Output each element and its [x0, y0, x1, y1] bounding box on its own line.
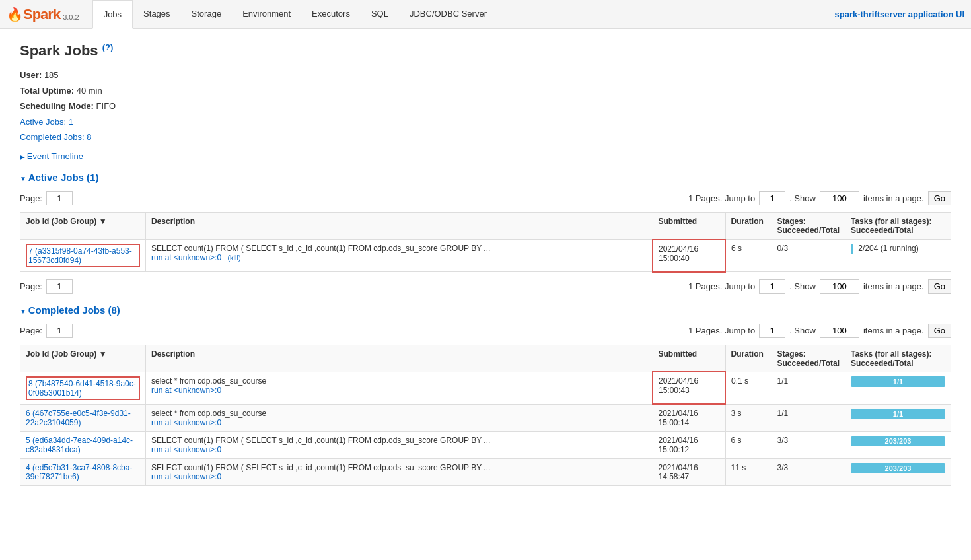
page-input[interactable] [46, 191, 73, 205]
col-header-jobid-c: Job Id (Job Group) ▼ [20, 345, 146, 372]
go-button-bottom[interactable]: Go [928, 279, 951, 294]
tab-jdbc[interactable]: JDBC/ODBC Server [399, 0, 497, 29]
completed-job-desc-link-5[interactable]: run at <unknown>:0 [151, 445, 221, 454]
completed-jobs-link-row: Completed Jobs: 8 [20, 129, 951, 145]
col-header-stages: Stages:Succeeded/Total [772, 213, 845, 240]
tab-environment[interactable]: Environment [232, 0, 301, 29]
completed-job-desc-link-4[interactable]: run at <unknown>:0 [151, 472, 221, 481]
completed-job-duration-cell-6: 3 s [725, 404, 772, 432]
completed-jobs-table: Job Id (Job Group) ▼ Description Submitt… [20, 345, 951, 487]
page-label-b: Page: [20, 281, 42, 291]
show-label-b: . Show [789, 281, 816, 291]
pages-info-b: 1 Pages. Jump to [688, 281, 755, 291]
completed-job-id-link-5[interactable]: 5 (ed6a34dd-7eac-409d-a14c-c82ab4831dca) [26, 436, 133, 454]
col-header-desc-c: Description [146, 345, 653, 372]
completed-job-tasks-cell-8: 1/1 [845, 372, 951, 404]
active-job-id-cell: 7 (a3315f98-0a74-43fb-a553-15673cd0fd94) [20, 240, 146, 272]
completed-job-id-link-8[interactable]: 8 (7b487540-6d41-4518-9a0c-0f0853001b14) [28, 379, 136, 398]
completed-job-desc-link-8[interactable]: run at <unknown>:0 [151, 386, 221, 395]
active-job-kill-link[interactable]: (kill) [227, 254, 240, 262]
completed-job-id-cell-8: 8 (7b487540-6d41-4518-9a0c-0f0853001b14) [20, 372, 146, 404]
tab-executors[interactable]: Executors [301, 0, 361, 29]
completed-job-tasks-cell-5: 203/203 [845, 432, 951, 459]
active-jobs-pagination-top: Page: 1 Pages. Jump to . Show items in a… [20, 191, 951, 205]
active-jobs-pagination-bottom: Page: 1 Pages. Jump to . Show items in a… [20, 279, 951, 294]
completed-job-tasks-cell-4: 203/203 [845, 459, 951, 486]
active-job-stages-cell: 0/3 [772, 240, 845, 272]
help-link[interactable]: (?) [102, 42, 114, 52]
completed-pagination-page-left: Page: [20, 324, 73, 338]
completed-job-stages-cell-6: 1/1 [772, 404, 845, 432]
completed-pages-info: 1 Pages. Jump to [688, 326, 755, 335]
jump-input-bottom[interactable] [759, 279, 785, 294]
active-jobs-title[interactable]: Active Jobs (1) [20, 172, 951, 183]
completed-jobs-link[interactable]: Completed Jobs: 8 [20, 132, 91, 142]
completed-jump-input[interactable] [759, 324, 785, 338]
page-input-bottom[interactable] [46, 279, 73, 294]
table-row: 5 (ed6a34dd-7eac-409d-a14c-c82ab4831dca)… [20, 432, 951, 459]
completed-pagination-right: 1 Pages. Jump to . Show items in a page.… [688, 324, 951, 338]
active-job-tasks-cell: 2/204 (1 running) [845, 240, 951, 272]
event-timeline-link[interactable]: Event Timeline [20, 151, 83, 161]
go-button[interactable]: Go [928, 191, 951, 205]
active-job-desc-cell: SELECT count(1) FROM ( SELECT s_id ,c_id… [146, 240, 653, 272]
completed-page-label: Page: [20, 326, 42, 335]
main-content: Spark Jobs (?) User: 185 Total Uptime: 4… [0, 29, 971, 510]
completed-page-input[interactable] [46, 324, 73, 338]
app-name: spark-thriftserver application UI [835, 9, 965, 19]
page-title: Spark Jobs (?) [20, 42, 951, 59]
active-jobs-section: Active Jobs (1) Page: 1 Pages. Jump to .… [20, 172, 951, 294]
col-header-jobid: Job Id (Job Group) ▼ [20, 213, 146, 240]
completed-job-duration-cell-8: 0.1 s [725, 372, 772, 404]
scheduling-value: FIFO [96, 101, 116, 111]
table-row: 7 (a3315f98-0a74-43fb-a553-15673cd0fd94)… [20, 240, 951, 272]
col-header-submitted: Submitted [653, 213, 725, 240]
completed-job-duration-cell-4: 11 s [725, 459, 772, 486]
completed-show-label: . Show [789, 326, 816, 335]
active-job-duration-cell: 6 s [725, 240, 772, 272]
app-label: spark-thriftserver application UI [835, 9, 965, 19]
completed-job-desc-text-4: SELECT count(1) FROM ( SELECT s_id ,c_id… [151, 463, 490, 472]
completed-job-id-link-6[interactable]: 6 (467c755e-e0c5-4f3e-9d31-22a2c3104059) [26, 409, 131, 427]
jump-input[interactable] [759, 191, 785, 205]
active-job-id-link[interactable]: 7 (a3315f98-0a74-43fb-a553-15673cd0fd94) [28, 246, 132, 265]
items-label: items in a page. [863, 193, 924, 203]
active-jobs-link[interactable]: Active Jobs: 1 [20, 117, 73, 127]
completed-go-button[interactable]: Go [928, 324, 951, 338]
table-row: 4 (ed5c7b31-3ca7-4808-8cba-39ef78271be6)… [20, 459, 951, 486]
nav-bar: 🔥 Spark 3.0.2 Jobs Stages Storage Enviro… [0, 0, 971, 29]
completed-job-id-link-4[interactable]: 4 (ed5c7b31-3ca7-4808-8cba-39ef78271be6) [26, 463, 132, 481]
completed-show-input[interactable] [820, 324, 859, 338]
completed-job-duration-cell-5: 6 s [725, 432, 772, 459]
pagination-right: 1 Pages. Jump to . Show items in a page.… [688, 191, 951, 205]
show-input-bottom[interactable] [820, 279, 859, 294]
uptime-value: 40 min [77, 86, 102, 96]
active-jobs-table: Job Id (Job Group) ▼ Description Submitt… [20, 212, 951, 273]
table-row: 6 (467c755e-e0c5-4f3e-9d31-22a2c3104059)… [20, 404, 951, 432]
active-job-desc-link[interactable]: run at <unknown>:0 [151, 253, 221, 262]
completed-job-desc-link-6[interactable]: run at <unknown>:0 [151, 418, 221, 427]
pagination-page-left: Page: [20, 191, 73, 205]
show-input[interactable] [820, 191, 859, 205]
scheduling-row: Scheduling Mode: FIFO [20, 98, 951, 114]
completed-job-desc-cell-5: SELECT count(1) FROM ( SELECT s_id ,c_id… [146, 432, 653, 459]
tab-storage[interactable]: Storage [181, 0, 233, 29]
completed-jobs-section: Completed Jobs (8) Page: 1 Pages. Jump t… [20, 304, 951, 487]
tab-stages[interactable]: Stages [133, 0, 180, 29]
tab-jobs[interactable]: Jobs [92, 0, 133, 29]
col-header-duration-c: Duration [725, 345, 772, 372]
completed-job-stages-cell-4: 3/3 [772, 459, 845, 486]
active-job-submitted-cell: 2021/04/1615:00:40 [653, 240, 725, 272]
active-jobs-link-row: Active Jobs: 1 [20, 114, 951, 129]
show-label: . Show [789, 193, 816, 203]
page-label: Page: [20, 193, 42, 203]
completed-jobs-title[interactable]: Completed Jobs (8) [20, 304, 951, 316]
completed-job-desc-cell-8: select * from cdp.ods_su_course run at <… [146, 372, 653, 404]
table-row: 8 (7b487540-6d41-4518-9a0c-0f0853001b14)… [20, 372, 951, 404]
pages-info: 1 Pages. Jump to [688, 193, 755, 203]
col-header-submitted-c: Submitted [653, 345, 725, 372]
logo-version: 3.0.2 [63, 13, 79, 21]
nav-tabs: Jobs Stages Storage Environment Executor… [92, 0, 497, 29]
tab-sql[interactable]: SQL [361, 0, 399, 29]
completed-job-submitted-cell-4: 2021/04/1614:58:47 [653, 459, 725, 486]
